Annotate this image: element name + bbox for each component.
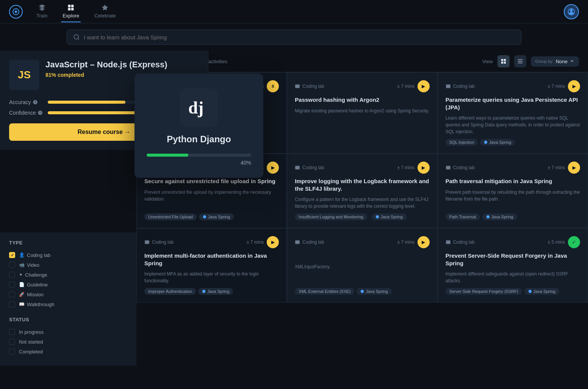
card-header: Coding lab ± 5 mins ✓ (446, 236, 580, 248)
svg-text:?: ? (39, 111, 41, 115)
help-icon-2: ? (38, 110, 43, 115)
nav-explore[interactable]: Explore (61, 1, 81, 22)
filter-item[interactable]: 📄 Guideline (9, 280, 127, 289)
status-items: In progress Not started Completed (9, 327, 127, 356)
card-time: ± 5 mins (548, 240, 565, 245)
spring-icon (360, 289, 364, 293)
card-type: Coding lab (446, 84, 475, 89)
svg-point-5 (570, 9, 573, 12)
svg-point-28 (202, 290, 205, 293)
card-title: Prevent Server-Side Request Forgery in J… (446, 252, 580, 267)
grid-icon (501, 59, 506, 64)
filter-item[interactable]: ✦ Challenge (9, 270, 127, 280)
status-filter-item[interactable]: Completed (9, 347, 127, 356)
status-filter-title: Status (9, 317, 127, 322)
svg-rect-17 (518, 61, 522, 62)
status-filter-item[interactable]: Not started (9, 337, 127, 347)
filter-checkbox[interactable] (9, 272, 15, 278)
list-view-button[interactable] (514, 55, 526, 67)
coding-lab-icon (446, 165, 451, 170)
play-button[interactable]: ▶ (568, 162, 580, 174)
group-by-select[interactable]: Group by: None (531, 56, 579, 67)
logo[interactable] (9, 5, 23, 19)
card-description: Prevent path traversal by rebuilding the… (446, 189, 580, 210)
card-time: ± 7 mins (548, 165, 565, 170)
tag: Java Spring (199, 213, 234, 220)
play-button[interactable]: ▶ (418, 236, 430, 248)
svg-rect-13 (504, 59, 505, 61)
help-icon: ? (33, 100, 38, 105)
svg-rect-1 (68, 5, 71, 8)
coding-lab-icon (295, 240, 300, 245)
svg-point-32 (529, 290, 532, 293)
nav-items: Train Explore Celebrate (35, 1, 117, 22)
filter-item[interactable]: 🚀 Mission (9, 289, 127, 299)
play-button[interactable]: ▶ (568, 80, 580, 92)
svg-point-24 (376, 215, 379, 218)
card-description: Implement MFA as an added layer of secur… (144, 271, 279, 284)
svg-rect-31 (446, 240, 450, 244)
filter-checkbox[interactable] (9, 262, 15, 268)
user-avatar[interactable] (564, 4, 579, 19)
grid-view-button[interactable] (497, 55, 510, 67)
card-time: ± 7 mins (397, 165, 414, 170)
spring-icon (375, 215, 379, 219)
tag: Java Spring (372, 213, 407, 220)
svg-text:dj: dj (188, 98, 203, 117)
filter-checkbox[interactable] (9, 252, 15, 258)
card-type: Coding lab (446, 165, 475, 170)
svg-point-7 (74, 34, 78, 39)
activity-card: Coding lab ± 7 mins ▶ Password hashing w… (287, 72, 437, 154)
status-filter-item[interactable]: In progress (9, 327, 127, 337)
svg-rect-3 (68, 8, 71, 11)
status-checkbox[interactable] (9, 349, 15, 355)
tag: Server Side Request Forgery (SSRF) (446, 288, 522, 295)
card-type: Coding lab (144, 240, 174, 245)
coding-lab-icon (295, 165, 300, 170)
svg-rect-4 (71, 8, 74, 11)
play-button[interactable]: ▶ (267, 162, 279, 174)
filter-item[interactable]: 👤 Coding lab (9, 250, 127, 260)
tag: XML External Entities (XXE) (295, 288, 354, 295)
card-time: ± 7 mins (548, 84, 565, 89)
activity-card: Coding lab ± 7 mins ▶ Improve logging wi… (287, 154, 437, 228)
tag: Insufficient Logging and Monitoring (295, 213, 367, 220)
confidence-label: Confidence ? (9, 110, 43, 116)
play-button[interactable]: ▶ (267, 236, 279, 248)
filter-item[interactable]: 📖 Walkthrough (9, 299, 127, 309)
completed-button[interactable]: ✓ (568, 236, 580, 248)
filter-label: 📄 Guideline (19, 282, 48, 288)
svg-rect-18 (518, 63, 522, 64)
filter-checkbox[interactable] (9, 291, 15, 297)
activity-card: Coding lab ± 7 mins ▶ Placeholder XMLInp… (287, 228, 437, 303)
card-time: ± 7 mins (247, 240, 264, 245)
modal-title: Python Django (167, 134, 231, 145)
card-description: Implement different safeguards against (… (446, 271, 580, 284)
nav-train[interactable]: Train (35, 1, 49, 22)
card-tags: Unrestricted File Upload Java Spring (144, 213, 279, 220)
svg-rect-29 (295, 240, 300, 244)
filter-checkbox[interactable] (9, 301, 15, 307)
play-button[interactable]: ▶ (418, 162, 430, 174)
nav-train-label: Train (36, 13, 47, 19)
card-tags: SQL Injection Java Spring (446, 139, 580, 146)
filter-checkbox[interactable] (9, 282, 15, 288)
play-button[interactable]: ▶ (418, 80, 430, 92)
activity-card: Coding lab ± 7 mins ▶ Parameterize queri… (438, 72, 588, 154)
status-checkbox[interactable] (9, 329, 15, 335)
spring-icon (484, 140, 488, 144)
filter-item[interactable]: 📹 Video (9, 260, 127, 270)
search-input[interactable] (84, 34, 515, 40)
card-header: Coding lab ± 7 mins ▶ (295, 162, 429, 174)
status-label: Completed (19, 349, 43, 355)
svg-text:?: ? (34, 101, 36, 104)
card-tags: Server Side Request Forgery (SSRF) Java … (446, 288, 580, 295)
nav-celebrate[interactable]: Celebrate (93, 1, 117, 22)
activity-card: Coding lab ± 7 mins ▶ Path traversal mit… (438, 154, 588, 228)
status-checkbox[interactable] (9, 339, 15, 345)
pause-button[interactable]: ⏸ (267, 80, 279, 92)
coding-lab-icon (446, 240, 451, 245)
coding-lab-icon (295, 84, 300, 89)
modal-progress-fill (147, 154, 188, 157)
view-controls: View Group by: None (482, 55, 579, 67)
